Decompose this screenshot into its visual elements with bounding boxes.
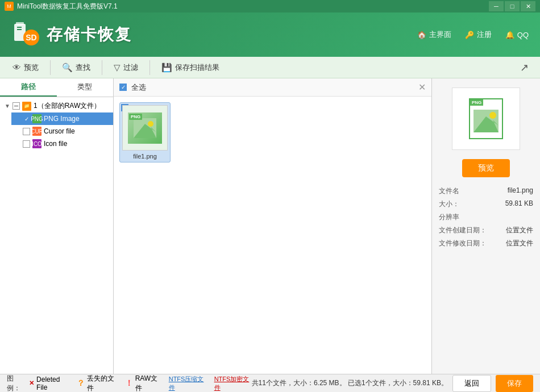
home-icon: 🏠 <box>417 31 426 39</box>
lost-q-icon: ？ <box>77 378 85 389</box>
lost-label: 丢失的文件 <box>87 374 117 393</box>
cursor-checkbox[interactable] <box>23 128 30 135</box>
filename-value: file1.png <box>508 186 533 194</box>
compression-label: 分辨率 <box>439 212 459 222</box>
size-value: 59.81 KB <box>505 199 533 207</box>
maximize-button[interactable]: □ <box>505 1 520 11</box>
minimize-button[interactable]: ─ <box>489 1 504 11</box>
status-summary: 共11个文件，大小：6.25 MB。 已选1个文件，大小：59.81 KB。 <box>252 378 448 388</box>
preview-action-button[interactable]: 预览 <box>462 159 510 177</box>
file-thumbnail: PNG <box>122 105 168 151</box>
app-title: MiniTool数据恢复工具免费版V7.1 <box>17 2 118 11</box>
filename-label: 文件名 <box>439 186 459 196</box>
header-title: 存储卡恢复 <box>47 24 132 45</box>
export-button[interactable]: ↗ <box>516 59 533 76</box>
nav-qq[interactable]: 🔔 QQ <box>505 31 529 39</box>
app-logo: SD <box>11 19 40 51</box>
modified-value: 位置文件 <box>506 239 533 248</box>
legend-prefix: 图例： <box>7 374 26 393</box>
tree-item-cursor[interactable]: CUR Cursor file <box>11 125 113 137</box>
save-icon: 💾 <box>161 62 172 73</box>
center-header: ✓ 全选 ✕ <box>114 78 431 97</box>
thumb-inner: PNG <box>128 112 162 144</box>
raw-exc-icon: ！ <box>125 378 133 389</box>
png-icon: PNG <box>32 114 41 123</box>
cursor-icon: CUR <box>32 127 41 136</box>
modified-label: 文件修改日期： <box>439 239 487 248</box>
select-all-checkbox[interactable]: ✓ <box>119 84 127 91</box>
svg-rect-1 <box>16 22 24 25</box>
preview-box: PNG <box>452 87 520 150</box>
ntfs-encrypt-label: NTFS加密文件 <box>214 375 252 392</box>
tabs-bar: 路径 类型 <box>0 78 113 97</box>
svg-point-8 <box>148 121 153 127</box>
info-created-row: 文件创建日期： 位置文件 <box>439 226 533 235</box>
legend-raw: ！ RAW文件 <box>125 374 161 393</box>
tree-item-png[interactable]: ✓ PNG PNG Image <box>11 112 113 125</box>
status-bar: 图例： ✕ Deleted File ？ 丢失的文件 ！ RAW文件 NTFS压… <box>0 374 540 392</box>
filter-icon: ▽ <box>114 62 121 73</box>
size-label: 大小： <box>439 199 459 209</box>
root-checkbox[interactable]: ─ <box>13 102 20 110</box>
header: SD 存储卡恢复 🏠 主界面 🔑 注册 🔔 QQ <box>0 12 540 57</box>
eye-icon: 👁 <box>13 62 21 72</box>
close-button[interactable]: ✕ <box>521 1 535 11</box>
center-panel: ✓ 全选 ✕ ！ ✓ PNG file1.png <box>114 78 432 374</box>
svg-rect-3 <box>17 29 22 30</box>
save-button[interactable]: 保存 <box>496 375 533 392</box>
export-icon: ↗ <box>520 62 529 73</box>
tab-type[interactable]: 类型 <box>57 78 114 97</box>
nav-register[interactable]: 🔑 注册 <box>465 30 492 40</box>
left-panel: 路径 类型 ▼ ─ 📁 1（全部的RAW文件） ✓ PNG PNG Image <box>0 78 114 374</box>
select-all-label: 全选 <box>131 82 146 93</box>
preview-button[interactable]: 👁 预览 <box>7 60 44 75</box>
svg-point-11 <box>489 112 496 119</box>
tab-path[interactable]: 路径 <box>0 78 57 97</box>
center-close-button[interactable]: ✕ <box>418 82 426 93</box>
root-label: 1（全部的RAW文件） <box>34 101 101 111</box>
legend-ntfs-compress: NTFS压缩文件 <box>169 375 206 392</box>
png-label: PNG Image <box>44 115 80 123</box>
svg-rect-2 <box>17 27 22 28</box>
file-name: file1.png <box>133 153 157 160</box>
back-button[interactable]: 返回 <box>452 375 491 392</box>
save-scan-button[interactable]: 💾 保存扫描结果 <box>156 60 225 75</box>
legend-lost: ？ 丢失的文件 <box>77 374 117 393</box>
info-filename-row: 文件名 file1.png <box>439 186 533 196</box>
status-right: 共11个文件，大小：6.25 MB。 已选1个文件，大小：59.81 KB。 返… <box>252 375 533 392</box>
cursor-label: Cursor file <box>44 127 75 135</box>
info-compression-row: 分辨率 <box>439 212 533 222</box>
expand-icon: ▼ <box>5 103 10 109</box>
tree-area: ▼ ─ 📁 1（全部的RAW文件） ✓ PNG PNG Image <box>0 97 113 374</box>
icon-label: Icon file <box>44 140 67 148</box>
title-bar: M MiniTool数据恢复工具免费版V7.1 ─ □ ✕ <box>0 0 540 12</box>
search-icon: 🔍 <box>62 62 73 73</box>
toolbar: 👁 预览 🔍 查找 ▽ 过滤 💾 保存扫描结果 ↗ <box>0 57 540 78</box>
right-panel: PNG 预览 文件名 file1.png 大小： 59.81 KB 分辨率 <box>432 78 540 374</box>
minus-icon: ─ <box>14 103 18 109</box>
file-info: 文件名 file1.png 大小： 59.81 KB 分辨率 文件创建日期： 位… <box>439 186 533 252</box>
tree-item-icon[interactable]: ICO Icon file <box>11 137 113 150</box>
legend-deleted: ✕ Deleted File <box>29 376 69 391</box>
info-size-row: 大小： 59.81 KB <box>439 199 533 209</box>
png-badge: PNG <box>129 114 142 120</box>
key-icon: 🔑 <box>465 31 474 39</box>
icon-checkbox[interactable] <box>23 140 30 148</box>
info-modified-row: 文件修改日期： 位置文件 <box>439 239 533 248</box>
raw-label: RAW文件 <box>135 374 161 393</box>
ntfs-compress-label: NTFS压缩文件 <box>169 375 206 392</box>
legend-ntfs-encrypt: NTFS加密文件 <box>214 375 252 392</box>
png-checkbox[interactable]: ✓ <box>23 115 30 123</box>
file-item[interactable]: ！ ✓ PNG file1.png <box>119 102 171 162</box>
icon-file-icon: ICO <box>32 139 41 148</box>
nav-home[interactable]: 🏠 主界面 <box>417 30 451 40</box>
find-button[interactable]: 🔍 查找 <box>56 60 96 75</box>
header-nav: 🏠 主界面 🔑 注册 🔔 QQ <box>417 30 529 40</box>
created-value: 位置文件 <box>506 226 533 235</box>
root-folder-icon: 📁 <box>22 102 31 111</box>
preview-file-icon: PNG <box>469 98 503 139</box>
filter-button[interactable]: ▽ 过滤 <box>108 60 144 75</box>
preview-png-tag: PNG <box>470 99 483 106</box>
tree-root[interactable]: ▼ ─ 📁 1（全部的RAW文件） <box>0 99 113 112</box>
main-area: 路径 类型 ▼ ─ 📁 1（全部的RAW文件） ✓ PNG PNG Image <box>0 78 540 374</box>
